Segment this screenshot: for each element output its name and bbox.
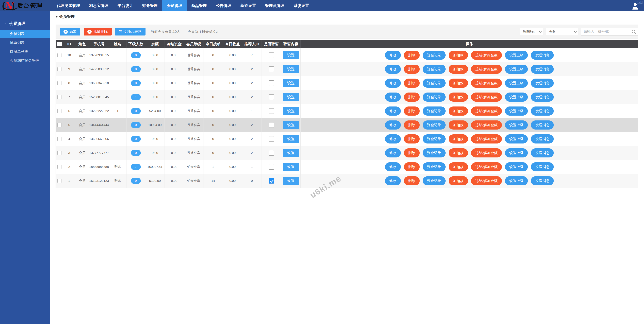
row-select-checkbox[interactable] [58, 95, 62, 99]
sub-count-badge[interactable]: 0 [131, 122, 141, 128]
nav-item-finance[interactable]: 财务管理 [138, 0, 162, 11]
nav-item-lixibao[interactable]: 利息宝管理 [84, 0, 113, 11]
sub-count-badge[interactable]: 1 [131, 94, 141, 100]
action-modify-button[interactable]: 修改 [385, 51, 401, 60]
popup-checkbox[interactable] [269, 108, 274, 114]
action-freeze-unfreeze-button[interactable]: 冻结/解冻金额 [471, 78, 502, 88]
user-avatar-icon[interactable] [632, 2, 638, 9]
status-filter-select[interactable]: --选择状态-- [520, 28, 543, 35]
popup-checkbox[interactable] [269, 66, 274, 72]
batch-delete-button[interactable]: − 批量删除 [84, 28, 112, 35]
action-modify-button[interactable]: 修改 [385, 176, 401, 185]
search-icon[interactable] [631, 29, 636, 34]
action-modify-button[interactable]: 修改 [385, 162, 401, 171]
action-freeze-unfreeze-button[interactable]: 冻结/解冻金额 [471, 106, 502, 116]
popup-set-button[interactable]: 设置 [283, 149, 299, 157]
action-freeze-unfreeze-button[interactable]: 冻结/解冻金额 [471, 51, 502, 60]
action-add-deduct-button[interactable]: 加扣款 [449, 120, 468, 130]
action-send-message-button[interactable]: 发送消息 [531, 176, 554, 185]
sub-count-badge[interactable]: 0 [131, 150, 141, 156]
action-delete-button[interactable]: 删除 [404, 92, 420, 102]
action-add-deduct-button[interactable]: 加扣款 [449, 78, 468, 88]
action-delete-button[interactable]: 删除 [404, 148, 420, 157]
row-select-checkbox[interactable] [58, 165, 62, 169]
action-freeze-unfreeze-button[interactable]: 冻结/解冻金额 [471, 120, 502, 130]
sub-count-badge[interactable]: 0 [131, 80, 141, 86]
popup-checkbox[interactable] [269, 122, 274, 128]
sub-count-badge[interactable]: 0 [131, 52, 141, 58]
action-freeze-unfreeze-button[interactable]: 冻结/解冻金额 [471, 176, 502, 185]
row-select-checkbox[interactable] [58, 109, 62, 113]
nav-item-platform-stats[interactable]: 平台统计 [113, 0, 138, 11]
action-add-deduct-button[interactable]: 加扣款 [449, 65, 468, 74]
action-freeze-unfreeze-button[interactable]: 冻结/解冻金额 [471, 148, 502, 157]
action-funds-record-button[interactable]: 资金记录 [423, 162, 446, 171]
action-send-message-button[interactable]: 发送消息 [531, 65, 554, 74]
action-add-deduct-button[interactable]: 加扣款 [449, 134, 468, 143]
nav-item-system-settings[interactable]: 系统设置 [289, 0, 314, 11]
action-funds-record-button[interactable]: 资金记录 [423, 120, 446, 130]
action-set-parent-button[interactable]: 设置上级 [505, 120, 528, 130]
popup-checkbox[interactable] [269, 94, 274, 100]
action-send-message-button[interactable]: 发送消息 [531, 92, 554, 102]
action-add-deduct-button[interactable]: 加扣款 [449, 176, 468, 185]
sidebar-item-member-list[interactable]: 会员列表 [0, 30, 50, 38]
row-select-checkbox[interactable] [58, 123, 62, 127]
select-all-checkbox[interactable] [57, 42, 62, 46]
action-send-message-button[interactable]: 发送消息 [531, 51, 554, 60]
nav-item-announcements[interactable]: 公告管理 [211, 0, 236, 11]
action-funds-record-button[interactable]: 资金记录 [423, 176, 446, 185]
action-funds-record-button[interactable]: 资金记录 [423, 78, 446, 88]
popup-set-button[interactable]: 设置 [283, 121, 299, 129]
action-delete-button[interactable]: 删除 [404, 176, 420, 185]
action-modify-button[interactable]: 修改 [385, 106, 401, 116]
action-funds-record-button[interactable]: 资金记录 [423, 148, 446, 157]
sub-count-badge[interactable]: 9 [131, 178, 141, 184]
action-delete-button[interactable]: 删除 [404, 162, 420, 171]
row-select-checkbox[interactable] [58, 67, 62, 71]
action-freeze-unfreeze-button[interactable]: 冻结/解冻金额 [471, 65, 502, 74]
action-set-parent-button[interactable]: 设置上级 [505, 78, 528, 88]
nav-item-basic-settings[interactable]: 基础设置 [236, 0, 260, 11]
sidebar-item-frozen-funds[interactable]: 会员冻结资金管理 [0, 56, 50, 65]
popup-checkbox[interactable] [269, 178, 274, 184]
popup-checkbox[interactable] [269, 150, 274, 156]
popup-set-button[interactable]: 设置 [283, 177, 299, 185]
action-add-deduct-button[interactable]: 加扣款 [449, 51, 468, 60]
popup-checkbox[interactable] [269, 164, 274, 170]
row-select-checkbox[interactable] [58, 53, 62, 57]
action-set-parent-button[interactable]: 设置上级 [505, 106, 528, 116]
action-delete-button[interactable]: 删除 [404, 51, 420, 60]
action-set-parent-button[interactable]: 设置上级 [505, 51, 528, 60]
action-freeze-unfreeze-button[interactable]: 冻结/解冻金额 [471, 134, 502, 143]
action-funds-record-button[interactable]: 资金记录 [423, 65, 446, 74]
nav-item-agent-test[interactable]: 代理测试管理 [52, 0, 84, 11]
sidebar-item-pending-dispatch[interactable]: 待派单列表 [0, 48, 50, 56]
popup-set-button[interactable]: 设置 [283, 79, 299, 87]
action-delete-button[interactable]: 删除 [404, 78, 420, 88]
action-set-parent-button[interactable]: 设置上级 [505, 134, 528, 143]
nav-item-admins[interactable]: 管理员管理 [260, 0, 289, 11]
sub-count-badge[interactable]: 0 [131, 108, 141, 114]
action-add-deduct-button[interactable]: 加扣款 [449, 148, 468, 157]
action-freeze-unfreeze-button[interactable]: 冻结/解冻金额 [471, 92, 502, 102]
action-send-message-button[interactable]: 发送消息 [531, 134, 554, 143]
popup-set-button[interactable]: 设置 [283, 51, 299, 59]
action-modify-button[interactable]: 修改 [385, 120, 401, 130]
action-funds-record-button[interactable]: 资金记录 [423, 106, 446, 116]
action-send-message-button[interactable]: 发送消息 [531, 162, 554, 171]
action-modify-button[interactable]: 修改 [385, 134, 401, 143]
action-set-parent-button[interactable]: 设置上级 [505, 176, 528, 185]
action-funds-record-button[interactable]: 资金记录 [423, 92, 446, 102]
action-add-deduct-button[interactable]: 加扣款 [449, 162, 468, 171]
action-add-deduct-button[interactable]: 加扣款 [449, 106, 468, 116]
action-set-parent-button[interactable]: 设置上级 [505, 92, 528, 102]
action-send-message-button[interactable]: 发送消息 [531, 148, 554, 157]
sub-count-badge[interactable]: 7 [131, 164, 141, 170]
row-select-checkbox[interactable] [58, 151, 62, 155]
action-set-parent-button[interactable]: 设置上级 [505, 65, 528, 74]
popup-checkbox[interactable] [269, 80, 274, 86]
popup-checkbox[interactable] [269, 136, 274, 142]
sidebar-section-members[interactable]: – 会员管理 [0, 11, 50, 26]
popup-set-button[interactable]: 设置 [283, 65, 299, 73]
